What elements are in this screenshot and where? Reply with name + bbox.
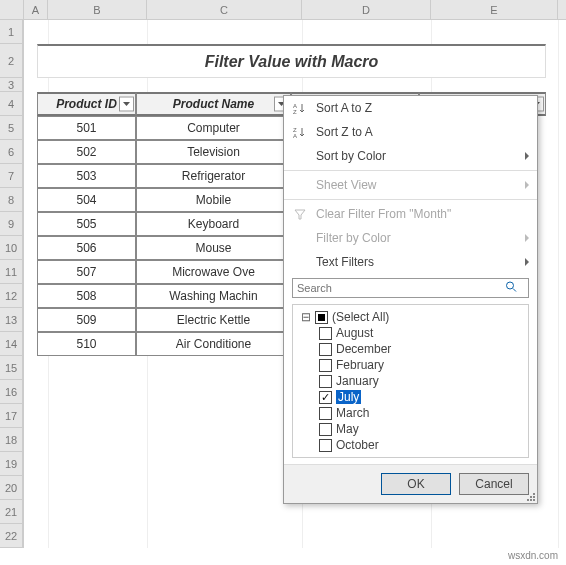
row-header[interactable]: 11 bbox=[0, 260, 23, 284]
cell-product-id[interactable]: 502 bbox=[37, 140, 136, 164]
filter-item[interactable]: October bbox=[319, 437, 524, 453]
filter-item[interactable]: February bbox=[319, 357, 524, 373]
cell-product-id[interactable]: 510 bbox=[37, 332, 136, 356]
cell-product-name[interactable]: Computer bbox=[136, 116, 291, 140]
filter-button[interactable] bbox=[119, 97, 134, 112]
row-header[interactable]: 4 bbox=[0, 92, 23, 116]
row-header[interactable]: 5 bbox=[0, 116, 23, 140]
cell-product-id[interactable]: 507 bbox=[37, 260, 136, 284]
menu-label: Clear Filter From "Month" bbox=[316, 207, 451, 221]
cell-product-name[interactable]: Refrigerator bbox=[136, 164, 291, 188]
row-header[interactable]: 13 bbox=[0, 308, 23, 332]
header-product-id[interactable]: Product ID bbox=[37, 92, 136, 116]
checkbox[interactable] bbox=[319, 343, 332, 356]
blank-icon bbox=[292, 177, 308, 193]
cell-product-id[interactable]: 503 bbox=[37, 164, 136, 188]
row-header[interactable]: 8 bbox=[0, 188, 23, 212]
row-header[interactable]: 14 bbox=[0, 332, 23, 356]
cell-product-name[interactable]: Keyboard bbox=[136, 212, 291, 236]
row-header[interactable]: 21 bbox=[0, 500, 23, 524]
row-header[interactable]: 16 bbox=[0, 380, 23, 404]
checkbox[interactable] bbox=[319, 439, 332, 452]
cell-product-name[interactable]: Mouse bbox=[136, 236, 291, 260]
row-header[interactable]: 22 bbox=[0, 524, 23, 548]
col-header-A[interactable]: A bbox=[24, 0, 48, 19]
cell-product-name[interactable]: Air Conditione bbox=[136, 332, 291, 356]
menu-label: Sort by Color bbox=[316, 149, 386, 163]
filter-item[interactable]: January bbox=[319, 373, 524, 389]
cell-product-id[interactable]: 509 bbox=[37, 308, 136, 332]
row-header[interactable]: 18 bbox=[0, 428, 23, 452]
chevron-right-icon bbox=[525, 258, 529, 266]
header-product-name[interactable]: Product Name bbox=[136, 92, 291, 116]
filter-item[interactable]: May bbox=[319, 421, 524, 437]
select-all-item[interactable]: ⊟ (Select All) bbox=[301, 309, 524, 325]
text-filters[interactable]: Text Filters bbox=[284, 250, 537, 274]
filter-item[interactable]: March bbox=[319, 405, 524, 421]
cell-product-name[interactable]: Washing Machin bbox=[136, 284, 291, 308]
col-header-E[interactable]: E bbox=[431, 0, 558, 19]
menu-label: Text Filters bbox=[316, 255, 374, 269]
sheet-view: Sheet View bbox=[284, 173, 537, 197]
checkbox[interactable] bbox=[319, 407, 332, 420]
sort-by-color[interactable]: Sort by Color bbox=[284, 144, 537, 168]
cell-product-id[interactable]: 506 bbox=[37, 236, 136, 260]
menu-label: Sort Z to A bbox=[316, 125, 373, 139]
item-label: December bbox=[336, 342, 391, 356]
resize-grip[interactable] bbox=[525, 491, 535, 501]
row-header[interactable]: 10 bbox=[0, 236, 23, 260]
col-header-D[interactable]: D bbox=[302, 0, 431, 19]
checkbox[interactable] bbox=[319, 375, 332, 388]
chevron-right-icon bbox=[525, 152, 529, 160]
row-header[interactable]: 17 bbox=[0, 404, 23, 428]
filter-item[interactable]: July bbox=[319, 389, 524, 405]
row-header[interactable]: 6 bbox=[0, 140, 23, 164]
checkbox-indeterminate[interactable] bbox=[315, 311, 328, 324]
cell-product-name[interactable]: Television bbox=[136, 140, 291, 164]
row-header[interactable]: 19 bbox=[0, 452, 23, 476]
filter-item[interactable]: December bbox=[319, 341, 524, 357]
separator bbox=[284, 199, 537, 200]
item-label: October bbox=[336, 438, 379, 452]
cell-product-id[interactable]: 504 bbox=[37, 188, 136, 212]
ok-button[interactable]: OK bbox=[381, 473, 451, 495]
item-label: July bbox=[336, 390, 361, 404]
row-header[interactable]: 12 bbox=[0, 284, 23, 308]
cell-product-id[interactable]: 505 bbox=[37, 212, 136, 236]
watermark: wsxdn.com bbox=[508, 550, 558, 561]
filter-item[interactable]: August bbox=[319, 325, 524, 341]
cell-product-name[interactable]: Mobile bbox=[136, 188, 291, 212]
filter-value-list[interactable]: ⊟ (Select All) AugustDecemberFebruaryJan… bbox=[292, 304, 529, 458]
row-header[interactable]: 2 bbox=[0, 44, 23, 78]
col-header-B[interactable]: B bbox=[48, 0, 147, 19]
row-header[interactable]: 9 bbox=[0, 212, 23, 236]
blank-icon bbox=[292, 254, 308, 270]
cell-product-name[interactable]: Microwave Ove bbox=[136, 260, 291, 284]
cancel-button[interactable]: Cancel bbox=[459, 473, 529, 495]
cell-product-name[interactable]: Electric Kettle bbox=[136, 308, 291, 332]
svg-text:Z: Z bbox=[293, 109, 297, 115]
row-header[interactable]: 15 bbox=[0, 356, 23, 380]
search-input[interactable] bbox=[292, 278, 529, 298]
select-all-cell[interactable] bbox=[0, 0, 24, 19]
filter-dropdown: AZ Sort A to Z ZA Sort Z to A Sort by Co… bbox=[283, 95, 538, 504]
checkbox[interactable] bbox=[319, 359, 332, 372]
sort-az[interactable]: AZ Sort A to Z bbox=[284, 96, 537, 120]
item-label: May bbox=[336, 422, 359, 436]
row-header[interactable]: 3 bbox=[0, 78, 23, 92]
checkbox[interactable] bbox=[319, 391, 332, 404]
cell-product-id[interactable]: 508 bbox=[37, 284, 136, 308]
row-header[interactable]: 7 bbox=[0, 164, 23, 188]
cell-product-id[interactable]: 501 bbox=[37, 116, 136, 140]
row-header[interactable]: 1 bbox=[0, 20, 23, 44]
sort-za[interactable]: ZA Sort Z to A bbox=[284, 120, 537, 144]
row-header[interactable]: 20 bbox=[0, 476, 23, 500]
clear-filter: Clear Filter From "Month" bbox=[284, 202, 537, 226]
row-headers: 1 2 3 4 5 6 7 8 9 10 11 12 13 14 15 16 1… bbox=[0, 20, 24, 548]
item-label: (Select All) bbox=[332, 310, 389, 324]
checkbox[interactable] bbox=[319, 327, 332, 340]
button-row: OK Cancel bbox=[284, 464, 537, 503]
checkbox[interactable] bbox=[319, 423, 332, 436]
col-header-C[interactable]: C bbox=[147, 0, 302, 19]
blank-icon bbox=[292, 148, 308, 164]
